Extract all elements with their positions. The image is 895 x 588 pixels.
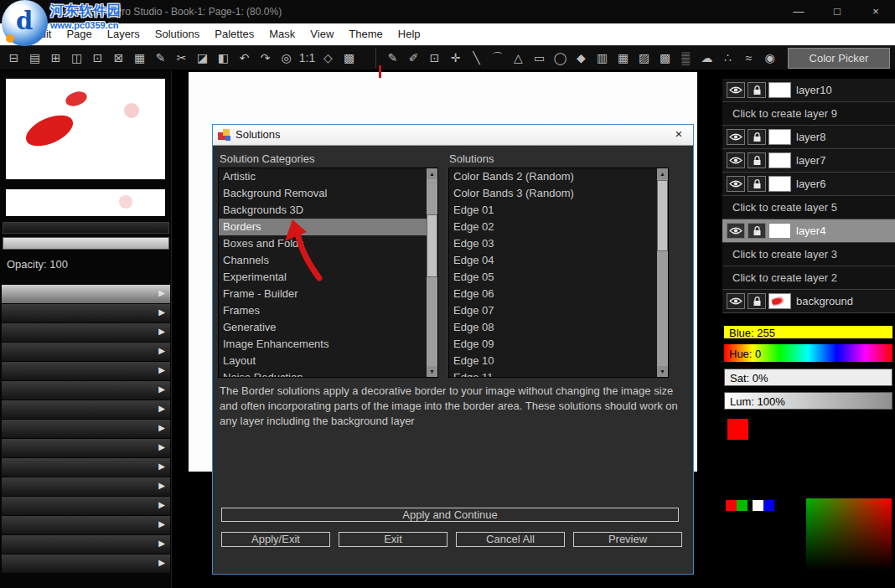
layer-thumbnail[interactable] [768, 152, 791, 168]
category-item[interactable]: Generative [219, 319, 427, 336]
eye-icon[interactable] [727, 82, 745, 98]
swatch-white[interactable] [753, 500, 763, 511]
eye-icon[interactable] [727, 293, 745, 309]
page-preview-strip[interactable] [6, 189, 165, 216]
layer-row[interactable]: layer6 [722, 173, 895, 196]
category-item[interactable]: Frames [219, 302, 427, 319]
scissors-icon[interactable]: ✂ [171, 47, 192, 70]
layer-create-row[interactable]: Click to create layer 9 [722, 102, 895, 126]
undo-icon[interactable]: ↶ [234, 47, 255, 70]
scrollbar-thumb[interactable] [427, 214, 437, 277]
menu-item-solutions[interactable]: Solutions [147, 23, 207, 45]
solution-item[interactable]: Edge 02 [449, 219, 657, 235]
lock-icon[interactable] [748, 152, 766, 168]
fill-icon[interactable]: ◆ [571, 47, 592, 70]
layer-thumbnail[interactable] [768, 176, 791, 192]
solution-item[interactable]: Color Bands 2 (Random) [449, 168, 657, 185]
size-slider[interactable] [3, 222, 169, 234]
layer-thumbnail[interactable] [768, 223, 791, 239]
mirror-icon[interactable]: ◧ [213, 47, 234, 70]
solution-item[interactable]: Edge 01 [449, 202, 657, 219]
brush-preset-row[interactable]: ▶ [2, 343, 170, 361]
solution-item[interactable]: Edge 04 [449, 252, 657, 269]
expand-arrow-icon[interactable]: ▶ [158, 327, 165, 336]
expand-arrow-icon[interactable]: ▶ [158, 481, 165, 490]
spray-icon[interactable]: ∴ [717, 47, 738, 70]
brush-preset-row[interactable]: ▶ [2, 458, 170, 477]
expand-arrow-icon[interactable]: ▶ [158, 288, 165, 297]
channel-bar-hue[interactable]: Hue: 0 [724, 344, 892, 362]
layer-create-row[interactable]: Click to create layer 3 [722, 243, 895, 266]
eyedropper-icon[interactable]: ✐ [403, 47, 424, 70]
scroll-down-icon[interactable]: ▼ [427, 366, 437, 377]
layer-thumbnail[interactable] [768, 129, 791, 145]
brush-preset-row[interactable]: ▶ [2, 362, 170, 380]
brush-preset-row[interactable]: ▶ [2, 516, 170, 534]
polygon-icon[interactable]: △ [508, 47, 529, 70]
menu-item-mask[interactable]: Mask [261, 23, 303, 45]
lock-icon[interactable] [748, 176, 766, 192]
layer-row[interactable]: layer7 [722, 149, 895, 173]
brush-preset-row[interactable]: ▶ [2, 439, 170, 457]
lock-icon[interactable] [748, 223, 766, 239]
stamp-icon[interactable]: ◉ [759, 47, 780, 70]
expand-arrow-icon[interactable]: ▶ [158, 539, 165, 548]
brush-preset-row[interactable]: ▶ [2, 497, 170, 515]
brush-preset-row[interactable]: ▶ [2, 400, 170, 419]
pan-icon[interactable]: ◇ [318, 47, 339, 70]
category-item[interactable]: Background Removal [219, 185, 427, 202]
ellipse-icon[interactable]: ◯ [550, 47, 571, 70]
solution-item[interactable]: Edge 07 [449, 302, 657, 319]
eye-icon[interactable] [727, 223, 745, 239]
shade-icon[interactable]: ▒ [675, 47, 696, 70]
solution-item[interactable]: Edge 11 [449, 369, 657, 377]
expand-arrow-icon[interactable]: ▶ [158, 307, 165, 317]
opacity-slider[interactable] [3, 237, 169, 250]
layer-create-row[interactable]: Click to create layer 2 [722, 266, 895, 290]
menu-item-help[interactable]: Help [391, 23, 428, 45]
solution-item[interactable]: Edge 10 [449, 353, 657, 369]
menu-item-palettes[interactable]: Palettes [207, 23, 261, 45]
new-page-icon[interactable]: ⊞ [45, 47, 66, 70]
eye-icon[interactable] [727, 152, 745, 168]
solution-item[interactable]: Edge 03 [449, 235, 657, 252]
smudge-icon[interactable]: ≈ [738, 47, 759, 70]
brush-preset-row[interactable]: ▶ [2, 304, 170, 322]
category-item[interactable]: Backgrounds 3D [219, 202, 427, 219]
categories-scrollbar[interactable]: ▲ ▼ [427, 168, 437, 377]
lock-icon[interactable] [748, 129, 766, 145]
solution-item[interactable]: Edge 08 [449, 319, 657, 336]
delete-page-icon[interactable]: ⊠ [108, 47, 129, 70]
copy-page-icon[interactable]: ◫ [66, 47, 87, 70]
eye-icon[interactable] [727, 176, 745, 192]
line-icon[interactable]: ╲ [466, 47, 487, 70]
expand-arrow-icon[interactable]: ▶ [158, 442, 165, 451]
move-icon[interactable]: ✛ [445, 47, 466, 70]
expand-arrow-icon[interactable]: ▶ [158, 500, 165, 509]
menu-item-view[interactable]: View [303, 23, 341, 45]
scrollbar-thumb[interactable] [657, 180, 668, 251]
airbrush-icon[interactable]: ☁ [696, 47, 717, 70]
grid-icon[interactable]: ▩ [339, 47, 360, 70]
expand-arrow-icon[interactable]: ▶ [158, 423, 165, 432]
expand-arrow-icon[interactable]: ▶ [158, 462, 165, 471]
brush-preset-row[interactable]: ▶ [2, 285, 170, 303]
expand-arrow-icon[interactable]: ▶ [158, 365, 165, 374]
solution-item[interactable]: Edge 09 [449, 336, 657, 353]
expand-arrow-icon[interactable]: ▶ [158, 384, 165, 394]
brush-preset-row[interactable]: ▶ [2, 535, 170, 554]
pencil-icon[interactable]: ✎ [382, 47, 403, 70]
redo-icon[interactable]: ↷ [255, 47, 276, 70]
brush-preset-row[interactable]: ▶ [2, 381, 170, 400]
layer-create-row[interactable]: Click to create layer 5 [722, 196, 895, 219]
edit-icon[interactable]: ✎ [150, 47, 171, 70]
scroll-up-icon[interactable]: ▲ [657, 168, 668, 179]
layer-row[interactable]: background [722, 290, 895, 313]
lock-icon[interactable] [748, 293, 766, 309]
expand-arrow-icon[interactable]: ▶ [158, 346, 165, 355]
brush-preset-row[interactable]: ▶ [2, 420, 170, 438]
dialog-close-icon[interactable]: × [670, 126, 687, 141]
page-list-icon[interactable]: ▦ [129, 47, 150, 70]
primary-color-swatch[interactable] [727, 419, 748, 440]
solution-item[interactable]: Edge 06 [449, 286, 657, 302]
